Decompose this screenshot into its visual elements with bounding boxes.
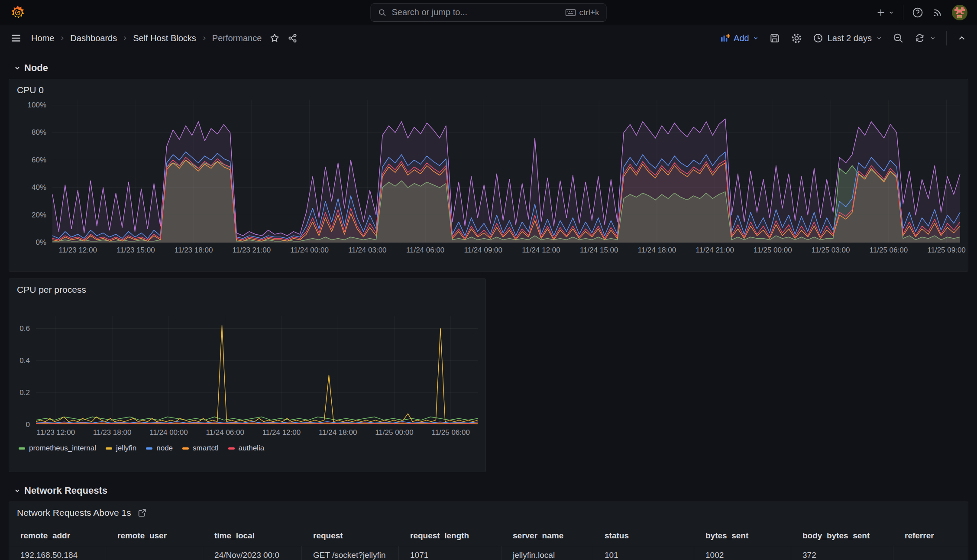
row-network-requests[interactable]: Network Requests [14,485,968,496]
breadcrumb-item[interactable]: Home [31,33,54,43]
collapse-toolbar-button[interactable] [957,33,967,43]
table-cell [893,546,968,560]
x-tick-label: 11/23 12:00 [58,246,97,255]
x-tick-label: 11/24 18:00 [319,428,357,437]
search-input[interactable]: Search or jump to... ctrl+k [371,3,607,22]
table-body: 192.168.50.18424/Nov/2023 00:0GET /socke… [9,546,968,560]
chevron-down-icon [14,487,21,494]
save-icon [769,32,780,44]
x-tick-label: 11/24 03:00 [348,246,387,255]
table-column-header[interactable]: time_local [203,526,302,546]
table-column-header[interactable]: bytes_sent [694,526,791,546]
legend-swatch [228,447,235,450]
table-cell: 24/Nov/2023 00:0 [203,546,302,560]
panel-cpu0: CPU 0 0%20%40%60%80%100% 11/23 12:0011/2… [9,79,968,272]
row-node[interactable]: Node [14,62,968,74]
table-column-header[interactable]: server_name [501,526,593,546]
chevron-down-icon [930,35,936,41]
chevron-down-icon [753,35,759,41]
x-tick-label: 11/25 03:00 [812,246,850,255]
new-menu-button[interactable] [876,8,894,17]
mega-menu-button[interactable] [10,32,22,44]
cpu0-chart[interactable]: 0%20%40%60%80%100% 11/23 12:0011/23 15:0… [9,95,968,256]
cpu-per-process-chart[interactable]: 00.20.40.6 11/23 12:0011/23 18:0011/24 0… [9,295,485,453]
y-tick-label: 0% [36,238,46,247]
panel-cpu0-title[interactable]: CPU 0 [9,79,968,95]
add-label: Add [734,33,749,43]
x-axis: 11/23 12:0011/23 15:0011/23 18:0011/23 2… [52,243,960,256]
dashboard-settings-button[interactable] [791,32,802,44]
time-range-picker[interactable]: Last 2 days [813,33,882,43]
legend-item-jellyfin[interactable]: jellyfin [106,444,136,453]
breadcrumb-item[interactable]: Dashboards [70,33,117,43]
y-tick-label: 0.6 [19,324,30,333]
table-column-header[interactable]: referrer [893,526,968,546]
chevron-right-icon [201,36,207,41]
save-dashboard-button[interactable] [769,32,780,44]
legend-item-prometheus_internal[interactable]: prometheus_internal [19,444,96,453]
table-column-header[interactable]: remote_user [106,526,203,546]
x-tick-label: 11/24 12:00 [262,428,301,437]
panel-add-icon [720,33,730,43]
legend-item-smartctl[interactable]: smartctl [182,444,219,453]
grafana-logo-icon[interactable] [10,4,26,21]
refresh-button[interactable] [914,32,936,44]
avatar[interactable] [952,5,967,20]
y-axis: 00.20.40.6 [9,316,36,425]
x-tick-label: 11/23 21:00 [233,246,271,255]
refresh-icon [914,32,925,44]
plus-icon [876,8,886,17]
y-tick-label: 0.4 [19,356,30,365]
legend-item-authelia[interactable]: authelia [228,444,265,453]
x-tick-label: 11/25 00:00 [375,428,414,437]
clock-icon [813,33,823,43]
share-button[interactable] [288,33,298,43]
table-cell: 372 [791,546,893,560]
legend-swatch [106,447,112,450]
table-column-header[interactable]: request [302,526,399,546]
chevron-down-icon [876,35,882,41]
x-tick-label: 11/24 09:00 [464,246,502,255]
zoom-out-button[interactable] [893,32,904,44]
table-column-header[interactable]: body_bytes_sent [791,526,893,546]
panel-network-requests-title[interactable]: Network Requests Above 1s [9,502,968,518]
favorite-button[interactable] [269,33,280,43]
chevron-right-icon [122,36,128,41]
legend-swatch [146,447,152,450]
avatar-image-icon [952,5,967,20]
table-row[interactable]: 192.168.50.18424/Nov/2023 00:0GET /socke… [9,546,968,560]
news-button[interactable] [932,7,943,18]
divider [946,31,947,45]
legend-label: prometheus_internal [29,444,96,453]
x-tick-label: 11/24 12:00 [522,246,560,255]
x-tick-label: 11/24 00:00 [149,428,188,437]
table-column-header[interactable]: request_length [399,526,501,546]
table-cell: jellyfin.local [501,546,593,560]
table-cell: 192.168.50.184 [9,546,106,560]
x-tick-label: 11/23 18:00 [93,428,132,437]
top-nav: Search or jump to... ctrl+k [0,0,977,25]
rss-icon [932,7,943,18]
x-tick-label: 11/24 06:00 [406,246,445,255]
table-cell: 101 [593,546,694,560]
hamburger-icon [10,32,22,44]
table-cell [106,546,203,560]
help-button[interactable] [912,7,923,18]
network-requests-table: remote_addrremote_usertime_localrequestr… [9,526,968,560]
x-tick-label: 11/24 18:00 [638,246,676,255]
legend-item-node[interactable]: node [146,444,173,453]
divider [903,5,903,20]
y-tick-label: 20% [32,211,46,220]
y-tick-label: 0 [26,421,30,429]
add-panel-button[interactable]: Add [720,33,759,43]
external-link-icon[interactable] [137,508,147,518]
table-column-header[interactable]: remote_addr [9,526,106,546]
table-column-header[interactable]: status [593,526,694,546]
search-shortcut-label: ctrl+k [579,8,599,17]
x-tick-label: 11/24 06:00 [206,428,244,437]
breadcrumb-item[interactable]: Self Host Blocks [133,33,196,43]
table-cell: GET /socket?jellyfin [302,546,399,560]
panel-cpu-per-process-title[interactable]: CPU per process [9,279,485,295]
table-cell: 1071 [399,546,501,560]
search-icon [378,8,387,17]
